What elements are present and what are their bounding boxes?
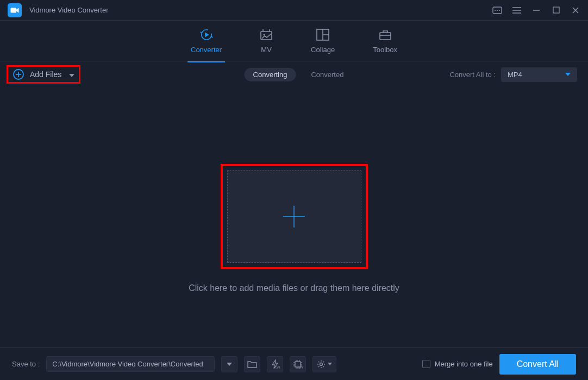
plus-icon [280, 203, 308, 230]
svg-rect-0 [11, 8, 17, 12]
tab-converter[interactable]: Converter [191, 24, 222, 58]
merge-label: Merge into one file [435, 360, 493, 368]
svg-marker-27 [565, 73, 571, 76]
tab-label: MV [261, 46, 272, 54]
dropzone[interactable] [227, 170, 361, 263]
toolbox-icon [379, 28, 392, 41]
lightning-icon: OFF [270, 359, 280, 369]
merge-checkbox[interactable]: Merge into one file [422, 360, 493, 368]
svg-point-46 [320, 363, 323, 365]
svg-point-4 [499, 10, 500, 11]
svg-marker-47 [328, 363, 332, 365]
svg-marker-26 [69, 74, 74, 77]
svg-point-2 [495, 10, 496, 11]
plus-circle-icon [12, 68, 24, 80]
maximize-icon[interactable] [551, 5, 561, 15]
format-value: MP4 [508, 71, 522, 79]
svg-text:OFF: OFF [276, 366, 280, 369]
chevron-down-icon [565, 73, 571, 76]
camera-icon [10, 5, 20, 15]
tab-label: Collage [311, 46, 335, 54]
high-speed-button[interactable]: OFF [290, 356, 306, 372]
checkbox-icon [422, 360, 430, 368]
chevron-down-icon [69, 69, 74, 79]
feedback-icon[interactable] [492, 5, 502, 15]
bottombar: Save to : C:\Vidmore\Vidmore Video Conve… [0, 347, 588, 380]
tab-converted[interactable]: Converted [311, 71, 343, 79]
app-title: Vidmore Video Converter [29, 6, 492, 14]
status-tabs: Converting Converted [245, 68, 344, 81]
tab-label: Converter [191, 46, 222, 54]
minimize-icon[interactable] [531, 5, 541, 15]
folder-icon [247, 360, 257, 368]
svg-marker-13 [205, 32, 209, 37]
open-folder-button[interactable] [244, 356, 260, 372]
close-icon[interactable] [571, 5, 580, 15]
svg-marker-30 [227, 363, 232, 366]
svg-point-3 [497, 10, 498, 11]
gear-icon [317, 360, 326, 369]
add-files-highlight: Add Files [7, 65, 80, 84]
menu-icon[interactable] [512, 5, 522, 15]
path-dropdown-button[interactable] [221, 356, 237, 372]
mv-icon [260, 28, 273, 41]
add-files-label: Add Files [30, 70, 61, 79]
svg-text:OFF: OFF [298, 366, 303, 369]
settings-button[interactable] [312, 356, 336, 372]
add-files-button[interactable]: Add Files [12, 68, 74, 80]
save-to-label: Save to : [12, 360, 40, 368]
dropzone-highlight [221, 164, 368, 269]
tab-mv[interactable]: MV [260, 24, 273, 58]
app-logo [8, 3, 22, 17]
svg-rect-21 [380, 33, 391, 40]
convert-all-to-label: Convert All to : [449, 71, 496, 79]
convert-all-button[interactable]: Convert All [499, 354, 576, 375]
toolbar: Add Files Converting Converted Convert A… [0, 61, 588, 87]
save-path-input[interactable]: C:\Vidmore\Vidmore Video Converter\Conve… [46, 356, 215, 372]
tab-label: Toolbox [373, 46, 397, 54]
main-area: Click here to add media files or drag th… [0, 87, 588, 370]
format-select[interactable]: MP4 [501, 67, 577, 82]
tab-collage[interactable]: Collage [311, 24, 335, 58]
gpu-accel-button[interactable]: OFF [267, 356, 283, 372]
collage-icon [316, 28, 329, 41]
cpu-icon: OFF [293, 359, 303, 369]
convert-all-group: Convert All to : MP4 [449, 67, 577, 82]
svg-rect-9 [553, 7, 559, 13]
tab-toolbox[interactable]: Toolbox [373, 24, 397, 58]
chevron-down-icon [227, 363, 232, 366]
main-tabs: Converter MV Collage Toolbox [0, 21, 588, 61]
dropzone-hint: Click here to add media files or drag th… [189, 283, 399, 293]
window-controls [492, 5, 580, 15]
converter-icon [200, 28, 213, 41]
titlebar: Vidmore Video Converter [0, 0, 588, 21]
tab-converting[interactable]: Converting [245, 68, 296, 81]
chevron-down-icon [328, 363, 332, 365]
